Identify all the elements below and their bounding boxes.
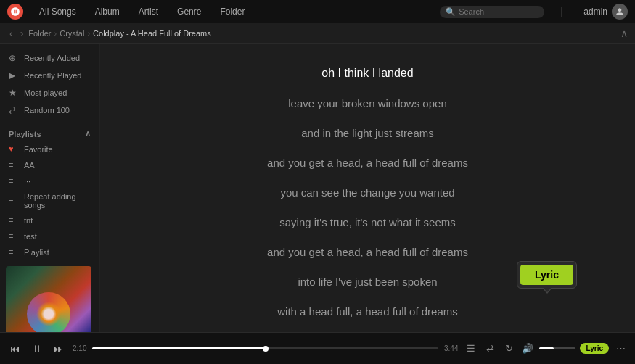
- nav-artist[interactable]: Artist: [136, 5, 161, 18]
- favorite-icon: ♥: [9, 144, 19, 154]
- random-icon: ⇄: [9, 105, 19, 115]
- lyric-tooltip: Lyric: [517, 261, 577, 289]
- username: admin: [583, 7, 607, 17]
- search-input[interactable]: [459, 7, 538, 16]
- playlist-repeat-label: Repeat adding songs: [24, 192, 91, 210]
- playlist-playlist[interactable]: ≡ Playlist: [0, 244, 99, 260]
- lyric-line: oh I think I landed: [100, 326, 635, 332]
- nav-folder[interactable]: Folder: [217, 5, 247, 18]
- progress-fill: [92, 347, 265, 349]
- progress-track[interactable]: [92, 347, 438, 349]
- main-area: ⊕ Recently Added ▶ Recently Played ★ Mos…: [0, 44, 635, 332]
- most-played-icon: ★: [9, 88, 19, 98]
- sidebar-random-label: Random 100: [24, 106, 70, 115]
- playlist-test[interactable]: ≡ test: [0, 228, 99, 244]
- nav-genre[interactable]: Genre: [174, 5, 204, 18]
- lyric-line: saying it's true, it's not what it seems: [100, 207, 635, 237]
- shuffle-button[interactable]: ⇄: [483, 342, 497, 356]
- player-right-controls: ☰ ⇄ ↻ 🔊 Lyric ⋯: [464, 342, 628, 356]
- playlist-favorite-label: Favorite: [24, 145, 53, 154]
- progress-bar-container: [92, 347, 438, 349]
- playlists-header: Playlists ∧: [0, 125, 99, 141]
- playlist-aa-label: AA: [24, 161, 35, 170]
- sidebar-random[interactable]: ⇄ Random 100: [0, 102, 99, 119]
- search-box: 🔍: [440, 6, 544, 18]
- player-bar: ⏮ ⏸ ⏭ 2:10 3:44 ☰ ⇄ ↻ 🔊 Lyric ⋯: [0, 332, 635, 364]
- sidebar: ⊕ Recently Added ▶ Recently Played ★ Mos…: [0, 44, 100, 332]
- lyric-tooltip-button[interactable]: Lyric: [520, 265, 573, 285]
- prev-button[interactable]: ⏮: [7, 341, 23, 357]
- playlist-test-label: test: [24, 232, 37, 241]
- lyric-line: and you get a head, a head full of dream…: [100, 148, 635, 178]
- playlist-view-button[interactable]: ☰: [464, 342, 478, 356]
- playlist-playlist-icon: ≡: [9, 247, 19, 257]
- lyric-line: oh I think I landed: [100, 58, 635, 88]
- repeat-button[interactable]: ↻: [501, 342, 516, 356]
- lyric-line: with a head full, a head full of dreams: [100, 297, 635, 326]
- recently-added-icon: ⊕: [9, 53, 19, 63]
- playlist-repeat-icon: ≡: [9, 196, 19, 206]
- volume-fill: [539, 347, 554, 349]
- nav-album[interactable]: Album: [92, 5, 123, 18]
- current-time: 2:10: [73, 344, 86, 352]
- breadcrumb: ‹ › Folder › Crystal › Coldplay - A Head…: [0, 23, 635, 44]
- playlist-tnt-icon: ≡: [9, 215, 19, 226]
- playlist-dots-icon: ≡: [9, 176, 19, 186]
- tooltip-arrow-inner: [543, 287, 552, 292]
- sidebar-most-played-label: Most played: [24, 88, 67, 97]
- playlist-test-icon: ≡: [9, 231, 19, 241]
- breadcrumb-current: Coldplay - A Head Full of Dreams: [93, 29, 211, 38]
- playlist-tnt-label: tnt: [24, 216, 33, 225]
- user-section: admin: [583, 4, 628, 20]
- back-button[interactable]: ‹: [7, 28, 15, 39]
- album-art: [6, 266, 91, 332]
- recently-played-icon: ▶: [9, 70, 19, 80]
- playlist-favorite[interactable]: ♥ Favorite: [0, 141, 99, 157]
- more-options-button[interactable]: ⋯: [613, 342, 628, 356]
- pause-button[interactable]: ⏸: [29, 341, 45, 357]
- lyric-line: leave your broken windows open: [100, 88, 635, 118]
- search-icon: 🔍: [446, 7, 456, 17]
- app-logo: [7, 4, 23, 20]
- forward-button[interactable]: ›: [18, 28, 26, 39]
- progress-thumb: [263, 346, 269, 352]
- playlist-repeat[interactable]: ≡ Repeat adding songs: [0, 189, 99, 212]
- sidebar-recently-played-label: Recently Played: [24, 71, 82, 80]
- lyric-indicator-button[interactable]: Lyric: [580, 343, 609, 354]
- sidebar-most-played[interactable]: ★ Most played: [0, 84, 99, 102]
- collapse-button[interactable]: ∧: [620, 28, 628, 39]
- sidebar-recently-added[interactable]: ⊕ Recently Added: [0, 49, 99, 67]
- playlist-dots-label: ···: [24, 177, 30, 186]
- lyric-line: and in the light just streams: [100, 118, 635, 148]
- album-art-container: A Head Full of Dreams Coldplay ✎ ✕: [0, 260, 99, 332]
- lyric-line: you can see the change you wanted: [100, 178, 635, 207]
- album-art-flower: [27, 292, 70, 332]
- volume-bar[interactable]: [539, 347, 575, 349]
- top-nav: All Songs Album Artist Genre Folder 🔍 | …: [0, 0, 635, 23]
- player-controls: ⏮ ⏸ ⏭: [7, 341, 67, 357]
- playlist-aa[interactable]: ≡ AA: [0, 157, 99, 173]
- sidebar-recently-added-label: Recently Added: [24, 54, 80, 62]
- breadcrumb-folder[interactable]: Folder: [28, 29, 51, 38]
- separator-icon: |: [560, 5, 563, 18]
- playlist-playlist-label: Playlist: [24, 248, 49, 257]
- avatar[interactable]: [612, 4, 628, 20]
- playlist-dots[interactable]: ≡ ···: [0, 173, 99, 189]
- playlists-label: Playlists: [9, 130, 41, 138]
- playlists-collapse-icon[interactable]: ∧: [85, 129, 91, 138]
- total-time: 3:44: [444, 344, 458, 352]
- volume-icon: 🔊: [520, 342, 535, 356]
- breadcrumb-crystal[interactable]: Crystal: [60, 29, 84, 38]
- next-button[interactable]: ⏭: [51, 341, 67, 357]
- sidebar-recently-played[interactable]: ▶ Recently Played: [0, 67, 99, 84]
- nav-all-songs[interactable]: All Songs: [36, 5, 79, 18]
- lyrics-content: oh I think I landedleave your broken win…: [100, 44, 635, 332]
- playlist-tnt[interactable]: ≡ tnt: [0, 212, 99, 228]
- playlist-aa-icon: ≡: [9, 160, 19, 170]
